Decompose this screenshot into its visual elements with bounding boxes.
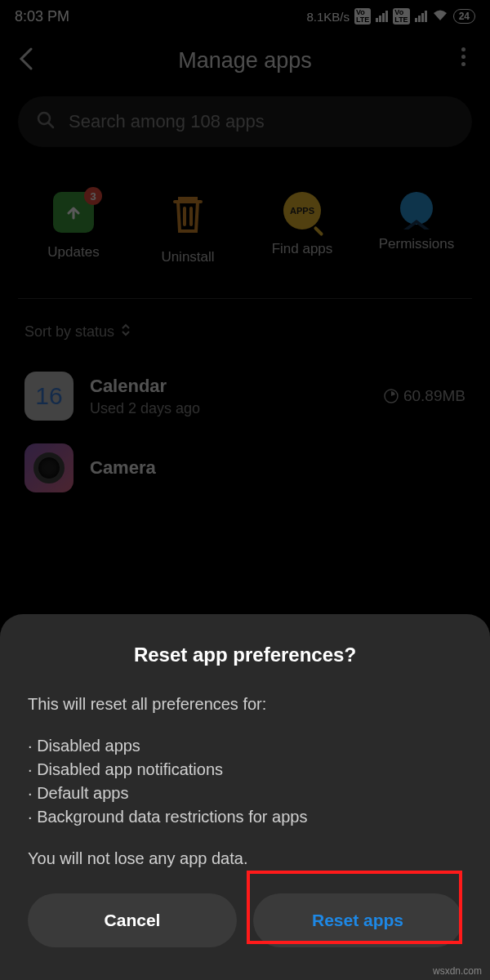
updates-badge: 3 xyxy=(84,187,102,205)
camera-app-icon xyxy=(24,443,74,492)
reset-preferences-dialog: Reset app preferences? This will reset a… xyxy=(0,614,490,980)
header: Manage apps xyxy=(0,33,490,88)
reset-apps-button[interactable]: Reset apps xyxy=(253,893,462,947)
sort-selector[interactable]: Sort by status xyxy=(0,323,490,360)
page-title: Manage apps xyxy=(0,48,490,74)
storage-icon xyxy=(384,389,399,403)
permissions-icon xyxy=(400,192,433,225)
findapps-icon: APPS xyxy=(283,192,321,229)
app-sub: Used 2 days ago xyxy=(90,400,368,417)
shortcut-label: Permissions xyxy=(379,236,455,252)
shortcut-uninstall[interactable]: Uninstall xyxy=(139,192,237,265)
signal-icon-2 xyxy=(415,11,427,22)
search-icon xyxy=(36,110,56,133)
dialog-list-item: Disabled apps xyxy=(28,734,462,758)
dialog-intro: This will reset all preferences for: xyxy=(28,693,462,716)
shortcut-permissions[interactable]: Permissions xyxy=(368,192,466,265)
divider xyxy=(18,298,472,299)
app-row-calendar[interactable]: 16 Calendar Used 2 days ago 60.89MB xyxy=(0,360,490,432)
dialog-list-item: Disabled app notifications xyxy=(28,758,462,782)
shortcut-findapps[interactable]: APPS Find apps xyxy=(253,192,351,265)
dialog-list-item: Background data restrictions for apps xyxy=(28,805,462,829)
volte-icon-2: VoLTE xyxy=(393,8,409,24)
volte-icon: VoLTE xyxy=(354,8,371,24)
battery-icon: 24 xyxy=(453,9,475,24)
search-placeholder: Search among 108 apps xyxy=(69,111,265,132)
calendar-app-icon: 16 xyxy=(24,372,74,421)
app-size: 60.89MB xyxy=(384,387,466,405)
wifi-icon xyxy=(432,9,448,24)
network-speed: 8.1KB/s xyxy=(306,10,350,24)
dialog-list: Disabled apps Disabled app notifications… xyxy=(28,734,462,829)
watermark: wsxdn.com xyxy=(433,965,482,977)
more-icon[interactable] xyxy=(461,47,466,66)
shortcut-updates[interactable]: 3 Updates xyxy=(24,192,122,265)
trash-icon xyxy=(168,192,207,238)
status-bar: 8:03 PM 8.1KB/s VoLTE VoLTE 24 xyxy=(0,0,490,33)
app-name: Calendar xyxy=(90,376,368,397)
sort-chevron-icon xyxy=(121,323,131,341)
dialog-title: Reset app preferences? xyxy=(28,644,462,666)
shortcut-label: Updates xyxy=(47,244,99,261)
signal-icon-1 xyxy=(376,11,388,22)
cancel-button[interactable]: Cancel xyxy=(28,893,237,947)
dialog-outro: You will not lose any app data. xyxy=(28,847,462,871)
dialog-list-item: Default apps xyxy=(28,782,462,805)
status-time: 8:03 PM xyxy=(15,8,69,25)
dialog-body: This will reset all preferences for: Dis… xyxy=(28,693,462,871)
svg-line-1 xyxy=(48,122,53,127)
shortcut-label: Uninstall xyxy=(161,249,214,265)
app-row-camera[interactable]: Camera xyxy=(0,432,490,504)
search-input[interactable]: Search among 108 apps xyxy=(18,96,472,147)
app-name: Camera xyxy=(90,457,466,479)
status-right: 8.1KB/s VoLTE VoLTE 24 xyxy=(306,8,475,24)
sort-label: Sort by status xyxy=(24,323,114,341)
shortcut-label: Find apps xyxy=(272,241,333,257)
back-icon[interactable] xyxy=(18,47,36,74)
shortcuts-row: 3 Updates Uninstall APPS Find apps Permi… xyxy=(0,147,490,290)
